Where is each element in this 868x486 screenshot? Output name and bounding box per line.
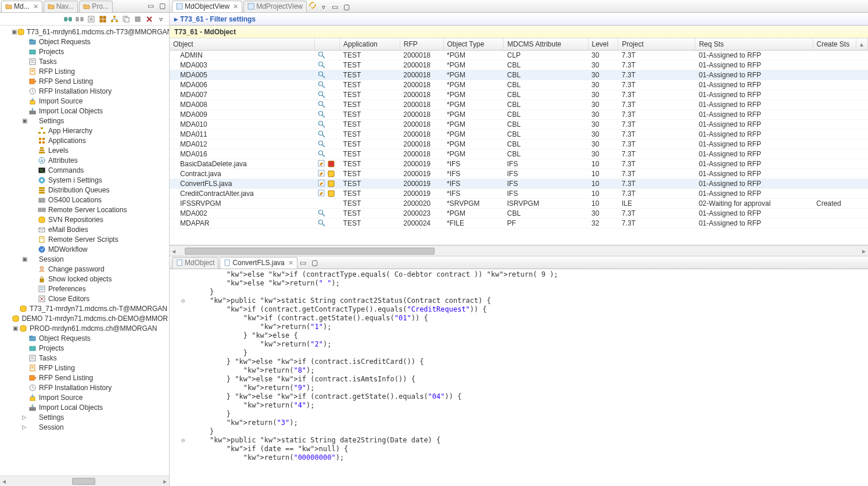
left-tab[interactable]: Nav... (44, 1, 78, 12)
tree-item[interactable]: RFP Installation History (1, 383, 168, 392)
tree-item[interactable]: ▣Session (1, 254, 168, 264)
scroll-up-icon[interactable]: ▴ (860, 40, 863, 48)
code-line[interactable]: "kw">return("1"); (193, 323, 868, 331)
tree-item[interactable]: ▷Settings (1, 412, 168, 422)
tree-item[interactable]: RFP Installation History (1, 86, 168, 96)
left-tab[interactable]: Pro... (79, 1, 113, 12)
code-line[interactable]: } "kw">else "kw">if (contract.isCreditCa… (193, 358, 868, 366)
tree-item[interactable]: RFP Listing (1, 363, 168, 373)
table-row[interactable]: Contract.javaTEST2000019*IFSIFS107.3T01-… (170, 169, 868, 179)
cell-icons[interactable] (314, 51, 340, 60)
cell-icons[interactable] (314, 149, 340, 159)
tree-item[interactable]: ▣PROD-mrdyn61.mdcms.ch@MMORGAN (1, 323, 168, 333)
cell-icons[interactable] (314, 80, 340, 90)
fold-icon[interactable]: ⊖ (181, 436, 185, 445)
cell-icons[interactable] (314, 120, 340, 130)
magnify-icon[interactable] (318, 101, 326, 109)
tool-grid-icon[interactable] (98, 15, 107, 24)
twisty-icon[interactable]: ▷ (21, 414, 28, 420)
col-header[interactable]: RFP (400, 38, 443, 51)
cell-icons[interactable] (314, 60, 340, 70)
tree-item[interactable]: DEMO 71-mrdyn71.mdcms.ch-DEMO@MMOR (1, 313, 168, 323)
tree-item[interactable]: System i Settings (1, 175, 168, 185)
view-menu-icon[interactable]: ▿ (319, 2, 328, 12)
table-row[interactable]: MDA006TEST2000018*PGMCBL307.3T01-Assigne… (170, 80, 868, 90)
table-row[interactable]: ConvertFLS.javaTEST2000019*IFSIFS107.3T0… (170, 179, 868, 189)
code-line[interactable]: } "kw">else { (193, 331, 868, 340)
tree-item[interactable]: Projects (1, 47, 168, 56)
tree-item[interactable]: Import Local Objects (1, 106, 168, 116)
edit-icon[interactable] (318, 190, 326, 198)
cell-icons[interactable] (314, 219, 340, 228)
tree-item[interactable]: Import Source (1, 392, 168, 402)
magnify-icon[interactable] (318, 71, 326, 79)
tree-item[interactable]: Tasks (1, 353, 168, 363)
code-line[interactable]: "kw">return("8"); (193, 366, 868, 375)
code-line[interactable]: "kw">return("2"); (193, 340, 868, 349)
cell-icons[interactable] (314, 130, 340, 140)
magnify-icon[interactable] (318, 120, 326, 128)
code-line[interactable]: "kw">if (date == "kw">null) { (193, 445, 868, 453)
filter-bar[interactable]: ▸T73_61 - Filter settings (170, 13, 868, 26)
editor-tab[interactable]: MdObject (172, 257, 218, 269)
tool-connect-icon[interactable] (63, 15, 73, 24)
cell-icons[interactable] (314, 209, 340, 219)
code-line[interactable]: "kw">return("9"); (193, 384, 868, 392)
table-row[interactable]: ADMINTEST2000018*PGMCLP307.3T01-Assigned… (170, 51, 868, 60)
object-table[interactable]: ObjectApplicationRFPObject TypeMDCMS Att… (170, 38, 868, 228)
magnify-icon[interactable] (318, 219, 326, 227)
cell-icons[interactable] (314, 169, 340, 179)
magnify-icon[interactable] (318, 209, 326, 217)
col-header[interactable]: Object Type (443, 38, 504, 51)
link-icon[interactable] (308, 1, 317, 10)
tool-copy-icon[interactable] (121, 15, 131, 24)
tree-item[interactable]: Tasks (1, 56, 168, 66)
col-header[interactable]: Object (170, 38, 314, 51)
nav-tree[interactable]: ▣T73_61-mrdyn61.mdcms.ch-T73@MMORGANObje… (0, 26, 169, 476)
tree-item[interactable]: RFP Listing (1, 66, 168, 76)
code-line[interactable]: } "kw">else "kw">if (contract.getState()… (193, 392, 868, 401)
table-row[interactable]: IFSSRVPGMTEST2000020*SRVPGMISRVPGM10ILE0… (170, 199, 868, 209)
magnify-icon[interactable] (318, 150, 326, 158)
table-row[interactable]: MDA002TEST2000023*PGMCBL307.3T01-Assigne… (170, 209, 868, 219)
table-row[interactable]: MDA007TEST2000018*PGMCBL307.3T01-Assigne… (170, 90, 868, 100)
magnify-icon[interactable] (318, 110, 326, 119)
col-header[interactable]: Req Sts (695, 38, 813, 51)
minimize-icon[interactable]: ▭ (331, 2, 340, 12)
code-line[interactable]: } (193, 410, 868, 419)
tool-list-icon[interactable] (87, 15, 96, 24)
tree-item[interactable]: Applications (1, 135, 168, 145)
code-line[interactable]: "kw">if (contract.getState().equals("01"… (193, 314, 868, 323)
code-line[interactable]: ⊖ "kw">public "kw">static String contrac… (193, 296, 868, 305)
cell-icons[interactable] (314, 70, 340, 80)
tree-item[interactable]: Close Editors (1, 294, 168, 303)
twisty-icon[interactable]: ▷ (21, 424, 28, 430)
tree-item[interactable]: OS400 Locations (1, 195, 168, 205)
table-row[interactable]: CreditContractAlter.javaTEST2000019*IFSI… (170, 189, 868, 199)
cell-icons[interactable] (314, 90, 340, 100)
tree-item[interactable]: Distribution Queues (1, 185, 168, 195)
table-row[interactable]: MDA016TEST2000018*PGMCBL307.3T01-Assigne… (170, 149, 868, 159)
twisty-icon[interactable]: ▣ (12, 325, 19, 331)
minimize-icon[interactable]: ▭ (299, 258, 308, 267)
table-row[interactable]: BasicDataDelete.javaTEST2000019*IFSIFS10… (170, 159, 868, 169)
magnify-icon[interactable] (318, 130, 326, 138)
table-row[interactable]: MDA008TEST2000018*PGMCBL307.3T01-Assigne… (170, 100, 868, 110)
col-header[interactable]: Create Sts (813, 38, 856, 51)
view-tab[interactable]: MdObjectView✕ (172, 1, 242, 12)
magnify-icon[interactable] (318, 91, 326, 99)
cell-icons[interactable] (314, 199, 340, 209)
left-tab[interactable]: Md...✕ (1, 1, 42, 12)
code-line[interactable]: } (193, 427, 868, 436)
tree-item[interactable]: >_Commands (1, 165, 168, 175)
tree-item[interactable]: ▣T73_61-mrdyn61.mdcms.ch-T73@MMORGAN (1, 27, 168, 37)
cell-icons[interactable] (314, 100, 340, 110)
tree-item[interactable]: Object Requests (1, 333, 168, 343)
tree-item[interactable]: Import Source (1, 96, 168, 106)
tree-item[interactable]: Show locked objects (1, 274, 168, 284)
twisty-icon[interactable]: ▣ (21, 256, 28, 262)
code-line[interactable]: } "kw">else "kw">if (contract.isAmtsInfo… (193, 375, 868, 384)
minimize-icon[interactable]: ▭ (146, 1, 155, 10)
code-editor[interactable]: "kw">else "kw">if (contractType.equals( … (170, 269, 868, 486)
tree-item[interactable]: ▷Session (1, 422, 168, 432)
